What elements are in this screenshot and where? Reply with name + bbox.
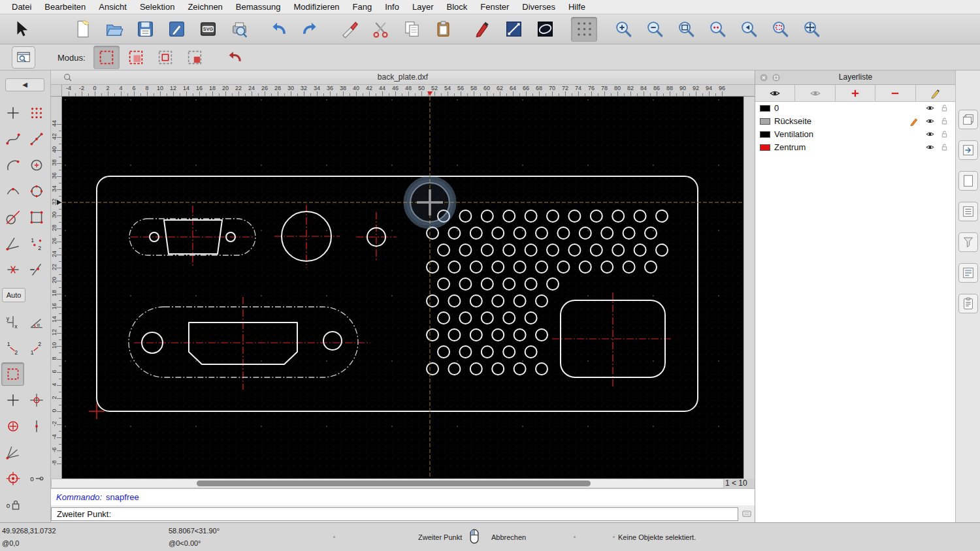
restrict-nothing-button[interactable] (1, 388, 24, 412)
snap-intersection-button[interactable] (1, 258, 24, 281)
layer-lock-icon[interactable] (939, 103, 949, 113)
snap-angle-button[interactable] (1, 232, 24, 255)
menu-bemassung[interactable]: Bemassung (229, 2, 287, 12)
edit-document-button[interactable] (163, 17, 189, 42)
vertical-scrollbar[interactable] (743, 97, 755, 479)
menu-ansicht[interactable]: Ansicht (92, 2, 133, 12)
menu-fenster[interactable]: Fenster (474, 2, 515, 12)
coordinate-cartesian-button[interactable]: yx (1, 310, 24, 334)
print-preview-button[interactable] (226, 17, 252, 42)
pointer-tool-button[interactable] (8, 17, 34, 42)
dock-block-view-button[interactable] (958, 110, 978, 129)
layer-lock-icon[interactable] (939, 142, 949, 152)
snap-arc-point-button[interactable] (1, 153, 24, 177)
view-window-button[interactable] (12, 46, 35, 69)
add-layer-button[interactable] (836, 85, 875, 101)
delete-tool-button[interactable] (336, 17, 362, 42)
zoom-redraw-button[interactable] (704, 17, 730, 42)
coordinate-polar-button[interactable]: α (25, 310, 48, 334)
zoom-auto-button[interactable] (673, 17, 699, 42)
zoom-window-button[interactable] (767, 17, 793, 42)
menu-fang[interactable]: Fang (346, 2, 379, 12)
snap-intersection-manual-button[interactable] (25, 258, 48, 281)
pen-tool-button[interactable] (469, 17, 495, 42)
horizontal-scrollbar-thumb[interactable] (197, 480, 591, 486)
menu-diverses[interactable]: Diverses (515, 2, 562, 12)
layer-lock-icon[interactable] (939, 129, 949, 139)
layer-visibility-icon[interactable] (925, 142, 935, 152)
layer-visibility-icon[interactable] (925, 129, 935, 139)
set-relative-zero-button[interactable] (1, 467, 24, 490)
edit-layer-button[interactable] (916, 85, 956, 101)
redo-button[interactable] (297, 17, 323, 42)
layer-row-ventilation[interactable]: Ventilation (755, 128, 956, 141)
snap-tangent-button[interactable] (1, 206, 24, 229)
selection-rectangle-mode-button[interactable] (1, 362, 24, 386)
menu-layer[interactable]: Layer (406, 2, 440, 12)
zoom-in-button[interactable] (610, 17, 636, 42)
dock-insert-button[interactable] (958, 140, 978, 160)
layer-lock-icon[interactable] (939, 116, 949, 126)
layer-row-zentrum[interactable]: Zentrum (755, 141, 956, 154)
mode-back-button[interactable] (222, 46, 248, 69)
dock-filter-button[interactable] (958, 232, 978, 252)
svg-export-button[interactable]: SVG (195, 17, 221, 42)
layer-visibility-icon[interactable] (925, 103, 935, 113)
menu-zeichnen[interactable]: Zeichnen (181, 2, 229, 12)
relative-zero-position-button[interactable]: 0 (25, 467, 48, 490)
command-input[interactable]: Zweiter Punkt: (51, 507, 738, 521)
paste-button[interactable] (430, 17, 456, 42)
mode-select-window-button[interactable] (93, 46, 120, 69)
snap-center-button[interactable] (25, 153, 48, 177)
menu-selektion[interactable]: Selektion (133, 2, 181, 12)
dock-layer-list-button[interactable] (958, 202, 978, 221)
drawing-canvas[interactable] (62, 97, 743, 479)
snap-quadrant-button[interactable] (25, 180, 48, 203)
undo-button[interactable] (265, 17, 291, 42)
palette-collapse-button[interactable]: ◀ (5, 78, 44, 91)
menu-bearbeiten[interactable]: Bearbeiten (38, 2, 92, 12)
snap-endpoints-button[interactable] (1, 127, 24, 151)
line-tool-button[interactable] (500, 17, 527, 42)
dock-clipboard-button[interactable] (958, 294, 978, 313)
open-document-button[interactable] (101, 17, 127, 42)
zoom-pan-button[interactable] (798, 17, 825, 42)
lock-relative-zero-button[interactable]: 0 (1, 493, 24, 516)
show-all-layers-button[interactable] (755, 85, 795, 101)
layer-visibility-icon[interactable] (925, 116, 935, 126)
restrict-vertical-button[interactable] (25, 415, 48, 438)
zoom-out-button[interactable] (642, 17, 668, 42)
cut-button[interactable] (367, 17, 393, 42)
menu-block[interactable]: Block (440, 2, 474, 12)
menu-modifizieren[interactable]: Modifizieren (287, 2, 346, 12)
save-document-button[interactable] (132, 17, 158, 42)
horizontal-scrollbar[interactable] (51, 479, 724, 488)
ellipse-tool-button[interactable] (532, 17, 558, 42)
zoom-previous-button[interactable] (736, 17, 762, 42)
snap-entity-center-button[interactable] (1, 415, 24, 438)
snap-auto-button[interactable]: Auto (2, 288, 25, 302)
mode-deselect-window-button[interactable] (123, 46, 149, 69)
dock-empty-page-button[interactable] (958, 171, 978, 191)
remove-layer-button[interactable] (875, 85, 915, 101)
menu-info[interactable]: Info (378, 2, 406, 12)
multiple-angles-button[interactable] (1, 441, 24, 464)
layer-row-0[interactable]: 0 (755, 102, 956, 115)
snap-on-entity-button[interactable] (25, 127, 48, 151)
hide-all-layers-button[interactable] (795, 85, 835, 101)
snap-corners-button[interactable] (25, 206, 48, 229)
menu-datei[interactable]: Datei (5, 2, 38, 12)
mode-select-intersected-button[interactable] (152, 46, 178, 69)
snap-grid-button[interactable] (25, 101, 48, 125)
snap-free-button[interactable] (1, 101, 24, 125)
grid-toggle-button[interactable] (571, 17, 597, 42)
snap-middle-button[interactable] (1, 180, 24, 203)
restrict-orthogonal-button[interactable] (25, 388, 48, 412)
copy-button[interactable] (399, 17, 425, 42)
menu-hilfe[interactable]: Hilfe (562, 2, 592, 12)
new-document-button[interactable] (69, 17, 95, 42)
layer-row-rckseite[interactable]: Rückseite (755, 115, 956, 128)
dock-library-button[interactable] (958, 263, 978, 283)
order-second-first-button[interactable]: 12 (25, 336, 48, 360)
order-first-second-button[interactable]: 12 (1, 336, 24, 360)
